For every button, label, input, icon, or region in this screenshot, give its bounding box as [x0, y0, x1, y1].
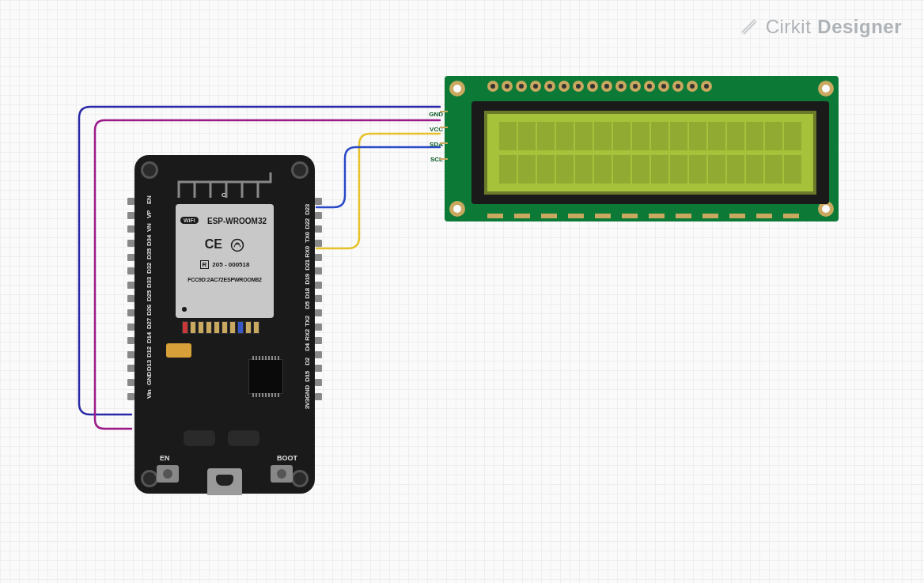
- svg-point-0: [232, 239, 244, 251]
- esp32-pin-d25[interactable]: [127, 295, 134, 302]
- lcd-i2c-pin-labels: GNDVCCSDASCL: [426, 111, 443, 163]
- esp32-pin-d4[interactable]: [315, 337, 322, 344]
- esp32-pin-d22[interactable]: [315, 212, 322, 219]
- lcd-header-pin: [672, 81, 684, 92]
- esp32-pin-vp[interactable]: [127, 212, 134, 219]
- lcd-char-cell: [746, 122, 763, 150]
- esp32-pin-d5[interactable]: [315, 295, 322, 302]
- lcd-header-pin: [573, 81, 584, 92]
- esp32-pin-gnd[interactable]: [127, 379, 134, 386]
- esp32-pin-d32[interactable]: [127, 267, 134, 274]
- esp32-pin-label-d21: D21: [304, 259, 311, 271]
- lcd-pin-sda[interactable]: [440, 142, 448, 144]
- esp32-pin-en[interactable]: [127, 198, 134, 205]
- esp32-pin-label-vin: Vin: [146, 390, 153, 399]
- esp32-pin-d23[interactable]: [315, 198, 322, 205]
- lcd-char-cell: [765, 122, 782, 150]
- lcd-module[interactable]: GNDVCCSDASCL: [445, 76, 839, 221]
- esp32-pin-rx0[interactable]: [315, 240, 322, 247]
- esp32-pin-label-d32: D32: [146, 263, 153, 274]
- lcd-char-cell: [670, 155, 687, 184]
- lcd-solder-pad: [595, 214, 611, 218]
- lcd-header-pin: [502, 81, 513, 92]
- lcd-pin-vcc[interactable]: [440, 127, 448, 128]
- esp32-pin-vn[interactable]: [127, 225, 134, 233]
- lcd-char-cell: [518, 155, 536, 184]
- esp32-pin-tx0[interactable]: [315, 225, 322, 233]
- lcd-char-cell: [575, 155, 593, 184]
- esp32-pin-vin[interactable]: [127, 393, 134, 400]
- lcd-pin-scl[interactable]: [440, 158, 448, 160]
- lcd-header-pin: [601, 81, 612, 92]
- esp32-pin-label-vn: VN: [146, 224, 153, 233]
- esp32-pin-label-en: EN: [146, 195, 153, 204]
- lcd-char-cell: [784, 155, 801, 184]
- lcd-pin-gnd[interactable]: [440, 111, 448, 112]
- esp32-pin-label-rx2: RX2: [304, 329, 311, 341]
- mounting-hole: [141, 161, 158, 179]
- lcd-char-cell: [708, 122, 725, 150]
- esp32-pin-label-d27: D27: [146, 319, 153, 330]
- esp32-pin-d19[interactable]: [315, 267, 322, 274]
- lcd-char-cell: [575, 122, 593, 150]
- lcd-solder-pad: [729, 214, 745, 218]
- esp32-pin-d18[interactable]: [315, 282, 322, 289]
- lcd-char-cell: [651, 155, 668, 184]
- orientation-dot: [182, 307, 187, 312]
- serial-number: R205 - 000518: [176, 261, 274, 268]
- esp32-pin-label-3v3: 3V3: [304, 399, 311, 409]
- esp32-pin-row-left: [127, 195, 134, 403]
- lcd-header-pin: [701, 81, 712, 92]
- lcd-char-cell: [499, 155, 517, 184]
- lcd-solder-pad: [514, 214, 530, 218]
- esp32-pin-d15[interactable]: [315, 365, 322, 372]
- lcd-header-pin: [530, 81, 541, 92]
- antenna-label: C: [222, 191, 225, 199]
- esp32-pin-label-tx2: TX2: [304, 316, 311, 327]
- esp32-pin-d26[interactable]: [127, 309, 134, 316]
- lcd-solder-pad: [622, 214, 638, 218]
- esp32-pin-d33[interactable]: [127, 282, 134, 289]
- lcd-pin-header-top: [487, 81, 712, 92]
- wire-sda: [316, 134, 440, 248]
- esp32-pin-label-d15: D15: [304, 371, 311, 382]
- lcd-header-pin: [559, 81, 570, 92]
- esp32-pin-d12[interactable]: [127, 351, 134, 358]
- lcd-bezel: [471, 101, 829, 204]
- esp32-pin-3v3[interactable]: [315, 393, 322, 400]
- esp32-pin-d14[interactable]: [127, 337, 134, 344]
- esp32-pin-d2[interactable]: [315, 351, 322, 358]
- mounting-hole: [449, 81, 465, 97]
- micro-usb-port: [207, 468, 242, 495]
- crystal-oscillator: [166, 343, 191, 358]
- esp32-pin-d34[interactable]: [127, 240, 134, 247]
- ce-text: CE: [205, 237, 222, 251]
- esp32-pin-label-gnd: GND: [146, 372, 153, 385]
- esp32-pin-gnd[interactable]: [315, 379, 322, 386]
- esp32-pin-d27[interactable]: [127, 324, 134, 331]
- esp32-pad-row: [182, 321, 259, 334]
- lcd-header-pin: [687, 81, 698, 92]
- mounting-hole: [449, 201, 465, 217]
- en-button[interactable]: [157, 465, 179, 483]
- lcd-solder-pads-bottom: [487, 214, 799, 218]
- boot-button[interactable]: [271, 465, 293, 483]
- esp32-pin-d35[interactable]: [127, 254, 134, 261]
- mounting-hole: [291, 470, 309, 487]
- lcd-row: [495, 155, 805, 184]
- lcd-char-cell: [651, 122, 668, 150]
- esp32-pin-d13[interactable]: [127, 365, 134, 372]
- esp32-pin-label-vp: VP: [146, 210, 153, 218]
- lcd-char-cell: [765, 155, 782, 184]
- esp32-pin-label-d2: D2: [304, 358, 311, 365]
- esp32-pin-d21[interactable]: [315, 254, 322, 261]
- esp32-pin-rx2[interactable]: [315, 324, 322, 331]
- esp32-pin-label-d34: D34: [146, 235, 153, 246]
- esp32-board[interactable]: C WiFi ESP-WROOM32 CE R205 - 000518 FCC9…: [134, 155, 315, 494]
- mounting-hole: [291, 161, 309, 179]
- esp32-pin-tx2[interactable]: [315, 309, 322, 316]
- mounting-hole: [141, 470, 158, 487]
- lcd-header-pin: [516, 81, 527, 92]
- lcd-char-cell: [613, 155, 631, 184]
- lcd-char-cell: [537, 155, 555, 184]
